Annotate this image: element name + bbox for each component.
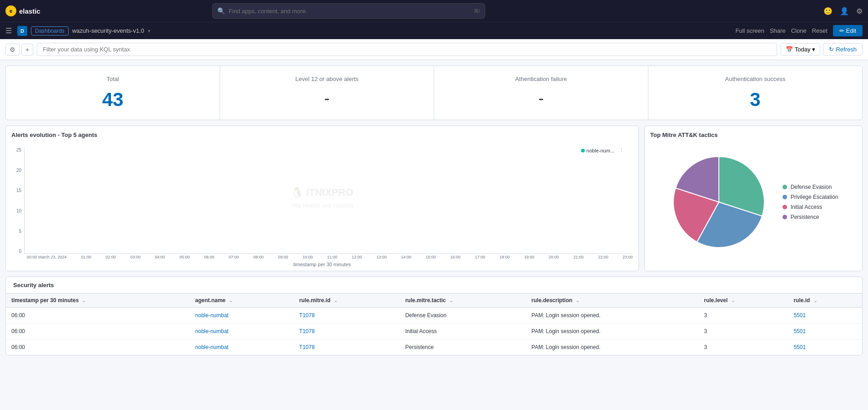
date-picker-button[interactable]: 📅 Today ▾ [781, 43, 821, 56]
security-alerts-table: timestamp per 30 minutes ⌄agent.name ⌄ru… [6, 294, 862, 355]
y-axis: 2520151050 [11, 147, 24, 254]
pie-legend-label: Defense Evasion [791, 184, 832, 190]
pie-legend-label: Persistence [791, 214, 819, 220]
add-filter-button[interactable]: + [21, 44, 33, 56]
x-axis-label: 07:00 [229, 255, 239, 260]
dashboards-breadcrumb[interactable]: Dashboards [31, 26, 69, 35]
cell-description: PAM: Login session opened. [526, 324, 698, 339]
x-axis-label: 22:00 [598, 255, 608, 260]
sort-icon: ⌄ [813, 298, 817, 303]
elastic-logo[interactable]: e elastic [5, 5, 40, 16]
pie-legend: Defense EvasionPrivilege EscalationIniti… [783, 184, 838, 220]
y-axis-label: 10 [16, 208, 21, 213]
x-axis-label: 11:00 [327, 255, 338, 260]
x-axis-label: 08:00 [253, 255, 264, 260]
metric-card: Level 12 or above alerts- [220, 66, 434, 120]
user-avatar[interactable]: D [17, 26, 27, 36]
metric-card: Athentication failure- [434, 66, 648, 120]
x-axis-label: 17:00 [475, 255, 485, 260]
date-label: Today [795, 46, 811, 53]
column-header-ruleid[interactable]: rule.id ⌄ [788, 294, 862, 308]
cell-agent[interactable]: noble-numbat [190, 308, 294, 324]
elastic-logo-text: elastic [19, 7, 40, 15]
mitre-tactics-panel: Top Mitre ATT&K tactics Defense EvasionP… [644, 126, 863, 271]
top-navigation: e elastic 🔍 ⌘/ 🙂 👤 ⚙ [0, 0, 868, 22]
sort-icon: ⌄ [731, 298, 735, 303]
elastic-logo-icon: e [5, 5, 16, 16]
y-axis-label: 25 [16, 147, 21, 152]
table-body: 06:00 noble-numbat T1078 Defense Evasion… [6, 308, 862, 355]
metric-value: - [234, 89, 420, 108]
edit-icon: ✏ [839, 27, 844, 34]
help-icon[interactable]: 🙂 [823, 7, 833, 15]
dashboard-name: wazuh-security-events-v1.0 [72, 27, 144, 34]
global-search-bar[interactable]: 🔍 ⌘/ [212, 3, 485, 19]
column-header-timestamp[interactable]: timestamp per 30 minutes ⌄ [6, 294, 190, 308]
fullscreen-button[interactable]: Full screen [735, 27, 764, 34]
cell-agent[interactable]: noble-numbat [190, 324, 294, 339]
x-axis-label: 10:00 [302, 255, 313, 260]
cell-ruleid[interactable]: 5501 [788, 324, 862, 339]
x-axis-label: 05:00 [180, 255, 190, 260]
sort-icon: ⌄ [229, 298, 232, 303]
metric-card: Authentication success3 [648, 66, 862, 120]
filter-toggle-button[interactable]: ⚙ [5, 44, 20, 56]
cell-mitreid[interactable]: T1078 [294, 324, 400, 339]
chevron-down-icon[interactable]: ▾ [148, 28, 151, 34]
cell-mitretactic: Defense Evasion [400, 308, 526, 324]
pie-legend-item: Privilege Escalation [783, 194, 838, 200]
cell-ruleid[interactable]: 5501 [788, 308, 862, 324]
reset-button[interactable]: Reset [812, 27, 828, 34]
kql-filter-input[interactable] [37, 43, 777, 56]
pie-chart-title: Top Mitre ATT&K tactics [650, 132, 857, 138]
pie-legend-dot [783, 195, 787, 199]
sort-icon: ⌄ [576, 298, 579, 303]
search-input[interactable] [229, 8, 470, 15]
refresh-button[interactable]: ↻ Refresh [823, 43, 863, 56]
search-icon: 🔍 [217, 7, 225, 15]
metric-title: Level 12 or above alerts [234, 75, 420, 83]
alerts-evolution-panel: Alerts evolution - Top 5 agents noble-nu… [5, 126, 639, 271]
metric-title: Athentication failure [448, 75, 634, 83]
menu-icon[interactable]: ☰ [5, 26, 12, 35]
pie-legend-label: Privilege Escalation [791, 194, 838, 200]
metric-title: Total [20, 75, 206, 83]
metric-value: 3 [662, 89, 848, 111]
table-row: 06:00 noble-numbat T1078 Persistence PAM… [6, 339, 862, 355]
cell-description: PAM: Login session opened. [526, 308, 698, 324]
cell-agent[interactable]: noble-numbat [190, 339, 294, 355]
x-axis-label: 20:00 [549, 255, 559, 260]
cell-mitreid[interactable]: T1078 [294, 339, 400, 355]
x-axis-label: 03:00 [130, 255, 140, 260]
filter-bar: ⚙ + 📅 Today ▾ ↻ Refresh [0, 39, 868, 60]
column-header-mitretactic[interactable]: rule.mitre.tactic ⌄ [400, 294, 526, 308]
metric-value: - [448, 89, 634, 108]
sort-icon: ⌄ [334, 298, 337, 303]
table-row: 06:00 noble-numbat T1078 Initial Access … [6, 324, 862, 339]
column-header-agent[interactable]: agent.name ⌄ [190, 294, 294, 308]
x-axis: 00:00 March 23, 202401:0002:0003:0004:00… [11, 255, 633, 260]
alerts-chart-inner: noble-num... ⋮ 2520151050 [11, 147, 633, 271]
column-header-mitreid[interactable]: rule.mitre.id ⌄ [294, 294, 400, 308]
x-axis-label: 00:00 March 23, 2024 [27, 255, 67, 260]
x-axis-label: 13:00 [376, 255, 387, 260]
column-header-level[interactable]: rule.level ⌄ [698, 294, 788, 308]
avatar-icon[interactable]: ⚙ [856, 7, 863, 15]
pie-legend-item: Defense Evasion [783, 184, 838, 190]
edit-button[interactable]: ✏ Edit [833, 25, 863, 36]
x-axis-label: 18:00 [500, 255, 510, 260]
dashboard-bar: ☰ D Dashboards wazuh-security-events-v1.… [0, 22, 868, 39]
alerts-chart-title: Alerts evolution - Top 5 agents [11, 132, 633, 138]
cell-timestamp: 06:00 [6, 308, 190, 324]
x-axis-label: 12:00 [352, 255, 362, 260]
column-header-description[interactable]: rule.description ⌄ [526, 294, 698, 308]
pie-legend-item: Initial Access [783, 204, 838, 210]
clone-button[interactable]: Clone [791, 27, 807, 34]
user-icon[interactable]: 👤 [840, 7, 849, 15]
share-button[interactable]: Share [770, 27, 786, 34]
metric-value: 43 [20, 89, 206, 111]
cell-mitreid[interactable]: T1078 [294, 308, 400, 324]
cell-ruleid[interactable]: 5501 [788, 339, 862, 355]
cell-timestamp: 06:00 [6, 339, 190, 355]
cell-level: 3 [698, 324, 788, 339]
